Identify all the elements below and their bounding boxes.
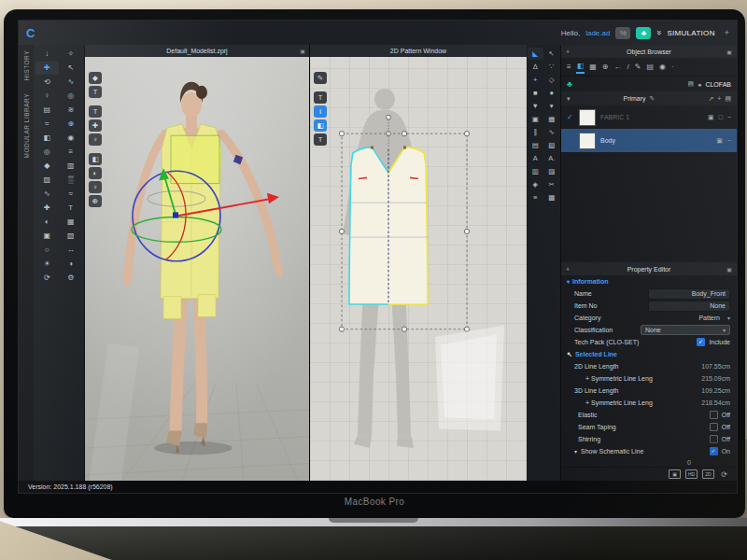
save-icon[interactable]: ▣ [708,114,714,121]
settings-icon[interactable]: ⚙ [60,272,83,285]
arrangement-icon[interactable]: ◎ [60,90,83,103]
save-icon[interactable]: ▣ [716,137,723,145]
toggle-checkbox[interactable] [710,411,718,419]
ruler-icon[interactable]: ≡ [528,191,543,203]
seam-allowance-icon[interactable]: ▣ [528,113,543,125]
hd-render-icon[interactable]: HD [685,469,698,479]
section-information[interactable]: ▾ Information [561,275,737,287]
collapse-icon[interactable]: − [727,114,731,120]
cut-sew-icon[interactable]: ✂ [544,178,560,190]
texture-edit-icon[interactable]: ▦ [60,216,83,229]
fabric-tab-icon[interactable]: ◧ [576,60,585,74]
edit-curvature-icon[interactable]: ∆ [528,61,543,73]
toggle-checkbox[interactable] [710,435,718,443]
utility-button[interactable]: % [615,27,630,39]
trace-icon[interactable]: ◈ [528,178,543,190]
fabric-group-row[interactable]: ▾ Primary ✎ ↗ + ▤ [561,91,737,105]
category-select[interactable]: Pattern ▾ [698,315,730,321]
fabric-item-label[interactable]: FABRIC 1 [600,114,629,120]
simulation-chevron-icon[interactable]: » [655,30,664,35]
name-field[interactable]: Body_Front [648,288,730,300]
trim-tool-icon[interactable]: ◆ [35,160,59,173]
render-style-icon[interactable]: ◆ [89,72,102,84]
panel-dock-icon[interactable]: ▣ [726,49,732,55]
rename-icon[interactable]: ✎ [650,95,655,103]
internal-line-icon[interactable]: ▦ [544,113,560,125]
reset-view-icon[interactable]: ⟳ [35,272,59,285]
tab-modular-library[interactable]: MODULAR LIBRARY [23,93,30,159]
clofab-knot-icon[interactable]: ♣ [567,79,572,89]
pattern-tool-icon[interactable]: T [314,91,327,104]
pin-tool-icon[interactable]: ⊕ [60,118,83,131]
viewport-3d-canvas[interactable]: ◆ T T [85,57,309,481]
copy-icon[interactable]: □ [719,114,723,120]
tack-icon[interactable]: ✚ [35,202,59,215]
overflow-icon[interactable]: · [670,61,675,73]
popout-icon[interactable]: ↗ [708,95,713,103]
light-icon[interactable]: ☀ [35,258,59,271]
toggle-checkbox[interactable] [710,423,718,431]
zoom-tool-icon[interactable]: ○ [35,244,59,257]
body-swatch[interactable] [579,133,596,149]
topstitch-tool-icon[interactable]: ▥ [60,160,83,173]
transform-pattern-icon[interactable]: ◣ [528,48,543,60]
info-tool-icon[interactable]: i [314,105,327,118]
fabric-list-item[interactable]: ✓ FABRIC 1 ▣ □ − [561,105,737,129]
split-view-icon[interactable]: ▣ [669,469,681,479]
add-fabric-icon[interactable]: + [717,95,721,102]
clofab-label[interactable]: CLOFAB [705,81,731,88]
edit-tool-icon[interactable]: ✎ [314,72,327,84]
free-sew-icon[interactable]: ≈ [35,118,59,131]
simulate-icon[interactable]: ↓ [35,48,59,61]
pin-mode-icon[interactable]: ✚ [89,119,102,132]
pan-tool-icon[interactable]: ↔ [60,244,83,257]
edit-point-icon[interactable]: ∵ [544,61,560,73]
add-point-icon[interactable]: + [528,74,543,86]
section-selected-line[interactable]: ↖ Selected Line [561,348,737,360]
dart-icon[interactable]: ▼ [528,100,543,112]
puller-tab-icon[interactable]: ← [613,61,623,73]
transform-avatar-icon[interactable]: ↖ [60,62,83,75]
avatar-skin-icon[interactable]: ♀ [89,181,102,193]
notch-icon[interactable]: ▾ [544,100,560,112]
stitch-tab-icon[interactable]: ✎ [634,61,642,73]
expand-icon[interactable]: ▾ [567,278,570,285]
collapse-icon[interactable]: − [727,137,731,144]
polygon-icon[interactable]: ◇ [544,74,560,86]
fold-arrangement-icon[interactable]: ◧ [35,132,59,145]
window-dock-icon[interactable]: ▣ [300,48,305,54]
bell-icon[interactable]: ● [698,81,701,88]
flatten-icon[interactable]: ▨ [544,165,560,177]
free-sew-2d-icon[interactable]: ∿ [544,126,560,138]
zipper-tool-icon[interactable]: ≡ [60,146,83,159]
clo-set-connect-button[interactable]: ♣ [636,27,651,39]
text-tool-icon[interactable]: A [528,152,543,164]
sew-2d-icon[interactable]: ∥ [528,126,543,138]
steam-icon[interactable]: ≈ [60,188,83,201]
pattern-2d-canvas[interactable]: ✎ T i [310,57,527,481]
graphic-tab-icon[interactable]: ▦ [588,61,598,73]
body-list-item[interactable]: Body ▣ − [561,129,737,152]
segment-sew-icon[interactable]: ≋ [60,104,83,117]
refresh-icon[interactable]: ⟳ [719,470,729,478]
grading-icon[interactable]: ▤ [528,139,543,151]
button-tool-icon[interactable]: ◉ [60,132,83,145]
fabric-tool-icon[interactable]: ◧ [314,119,327,132]
folder-icon[interactable]: ▤ [725,95,731,103]
include-checkbox[interactable] [697,338,705,346]
applied-check-icon[interactable]: ✓ [567,113,574,121]
garment-show-icon[interactable]: T [89,86,102,98]
annotation-icon[interactable]: A. [544,152,560,164]
item-no-field[interactable]: None [648,301,730,312]
button-tab-icon[interactable]: ⊕ [601,61,610,73]
avatar-show-icon[interactable]: ♀ [89,133,102,146]
library-icon[interactable]: ▤ [688,80,695,88]
hardware-tab-icon[interactable]: ▤ [645,61,655,73]
fabric-view-icon[interactable]: ◧ [89,153,102,165]
username-link[interactable]: lade.ad [585,29,610,37]
group-expand-icon[interactable]: ▾ [567,95,571,103]
rotate-view-icon[interactable]: ⟲ [35,76,59,89]
toggle-checkbox[interactable] [710,447,718,455]
layer-icon[interactable]: ▧ [544,139,560,151]
edit-pattern-icon[interactable]: ↖ [544,48,560,60]
